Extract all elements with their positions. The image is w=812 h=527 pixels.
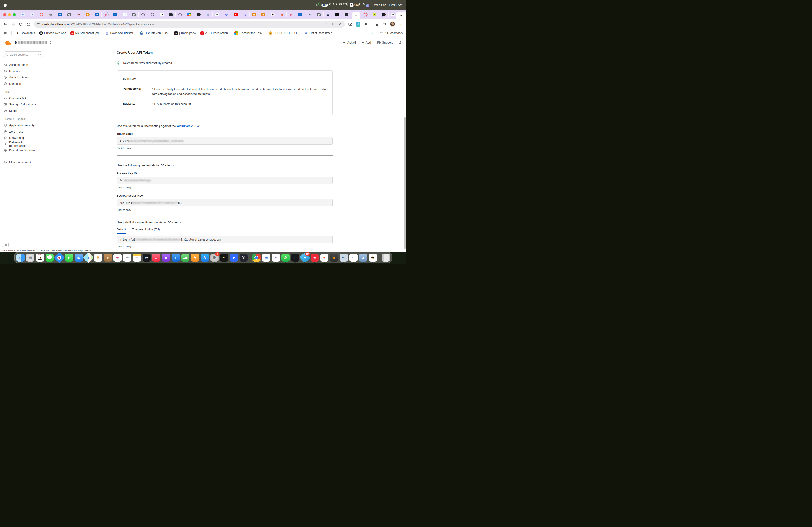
tab-youtube[interactable]: ▶ [231,12,241,17]
voice-extension-icon[interactable] [356,22,360,27]
dock-chatgpt[interactable]: ✳ [368,253,377,262]
site-settings-icon[interactable] [37,22,40,26]
dock-terminal[interactable]: >_ [291,253,300,262]
dock-pycharm[interactable]: PC [220,253,229,262]
bookmark-discover[interactable]: Discover the Easy... [234,31,264,35]
tab-ring-red[interactable] [37,12,46,17]
bookmark-recruitment[interactable]: ≋List of Recruitmen... [304,31,334,35]
bookmark-price-action[interactable]: +A+++ Price Action... [200,31,230,35]
dock-reminders[interactable]: ≔ [123,253,131,262]
dock-keynote[interactable]: ⌶ [171,253,180,262]
mail-extension-icon[interactable] [348,22,352,26]
tab-aws-loading[interactable]: ▣ [83,12,92,17]
bookmark-fx[interactable]: ●PROFITABLE FX E... [269,31,301,35]
token-value-box[interactable]: 4TYs5vLRx1E2o9T4B7hGtyhdZdED0B61_Gt0Xv0o… [117,137,333,145]
globe-status-icon[interactable] [318,2,321,6]
dock-telegram[interactable]: 107 ➤ [301,253,309,262]
quick-search-input[interactable]: Quick search... ⌘K [3,51,44,58]
zoom-out-page-icon[interactable] [325,22,329,26]
dock-photos[interactable]: ❀ [94,253,102,262]
tab-gtranslate[interactable]: G [120,12,129,17]
sidebar-item-account-home[interactable]: Account home [0,62,47,68]
tab-gmail[interactable]: M [277,12,287,17]
bookmark-star-icon[interactable] [338,22,342,26]
dock-trash[interactable] [381,253,390,262]
tab-s-dark-loading[interactable]: S [379,12,389,17]
dock-vscode[interactable]: < [349,253,358,262]
tab-aws[interactable]: ▣ [259,12,268,17]
tab-linkedin[interactable]: in [56,12,65,17]
dock-circles-app[interactable]: ◎ [262,253,271,262]
tab-european-union[interactable]: European Union (EU) [132,228,160,234]
support-button[interactable]: ?Support [377,41,393,44]
dock-calculator[interactable]: ▦ [330,253,338,262]
tab-indeed-loading[interactable]: id [370,12,379,17]
tab-gmail-loading[interactable]: M [102,12,111,17]
tab-meet[interactable]: ▣ [185,12,194,17]
abc-input-label[interactable]: ABC [353,3,359,6]
tab-linkedin[interactable]: in [111,12,120,17]
tab-gcal[interactable]: 11 [28,12,37,17]
account-switcher-icon[interactable] [49,41,52,44]
bookmark-screencast[interactable]: ▶My Screencast [ad... [70,31,101,35]
dock-app-store[interactable]: A [201,253,209,262]
dock-mail[interactable]: ✉ [74,253,83,262]
tab-chatgpt[interactable]: ✳ [213,12,222,17]
tab-openbb[interactable]: ob [74,12,83,17]
dock-v-app[interactable]: V [239,253,248,262]
dock-settings[interactable]: 3 ⚙ [210,253,219,262]
profile-avatar[interactable] [390,21,395,27]
tab-github[interactable] [342,12,351,17]
tab-globe[interactable]: ⊕ [65,12,74,17]
dock-freeform[interactable]: ∿ [113,253,122,262]
tab-ring-purple[interactable] [148,12,157,17]
sidebar-item-recents[interactable]: Recents [0,68,47,74]
sidebar-item-zero-trust[interactable]: Zero Trust [0,128,47,135]
downloads-icon[interactable] [375,22,379,26]
tab-search-button[interactable] [396,12,406,19]
count-107-badge[interactable]: 107 [321,4,328,6]
tab-chatgpt[interactable]: ✳ [268,12,277,17]
dock-postgresql[interactable]: Pg [339,253,348,262]
battery-icon[interactable] [339,2,343,6]
cloudflare-api-link[interactable]: Cloudflare API [177,124,196,127]
extensions-puzzle-icon[interactable] [364,22,368,26]
media-playlist-icon[interactable] [382,22,386,26]
bookmarks-overflow-chevron[interactable]: » [372,31,373,35]
dock-calendar[interactable]: FEB11 [35,253,44,262]
tab-gcal[interactable]: 11 [18,12,28,17]
dock-whatsapp[interactable]: ✆ [281,253,290,262]
screen-record-icon[interactable] [346,2,350,6]
tab-linkedin[interactable]: in [92,12,102,17]
home-button[interactable] [26,22,30,26]
back-button[interactable] [3,22,8,26]
user-icon[interactable] [398,41,402,44]
dock-pages[interactable]: ✎ [191,253,199,262]
sidebar-item-app-security[interactable]: Application security [0,122,47,128]
dock-notes[interactable]: ≡ [133,253,141,262]
active-tab[interactable]: ✕ [352,12,360,19]
dock-messages[interactable] [45,253,54,262]
install-app-icon[interactable] [332,22,335,26]
apple-menu-icon[interactable] [4,3,7,7]
tab-deepseek[interactable]: ∿ [241,12,250,17]
bookmark-histdata[interactable]: WHistData.com | Do... [140,31,170,35]
click-to-copy-secret[interactable]: Click to copy [117,209,333,211]
menubar-clock[interactable]: Wed Feb 11 2:19 AM [374,3,402,6]
ask-ai-button[interactable]: Ask AI [343,41,356,44]
tab-github[interactable] [194,12,203,17]
dock-podcasts[interactable]: ◉ [162,253,170,262]
sidebar-item-domain-reg[interactable]: Domain registration [0,147,47,153]
tab-ring-purple[interactable] [176,12,185,17]
tab-ring-purple[interactable] [139,12,148,17]
endpoint-box[interactable]: https://a217d2e860cdc2914adbad2581eb6ca4… [117,236,333,243]
dock-music[interactable]: ♫ [152,253,161,262]
tab-linkedin[interactable]: in [296,12,305,17]
dock-maps[interactable]: ➤ [84,253,93,262]
add-button[interactable]: +Add [362,41,371,45]
secret-key-box[interactable]: 285fec536h8z8737aUm88U9eT8Tt7o887muT7d0f [117,199,333,207]
tab-gmail[interactable]: M [287,12,296,17]
tab-globe-loading[interactable]: ⊕ [46,12,56,17]
click-to-copy-token[interactable]: Click to copy [117,147,333,149]
sidebar-item-analytics[interactable]: Analytics & logs [0,74,47,80]
